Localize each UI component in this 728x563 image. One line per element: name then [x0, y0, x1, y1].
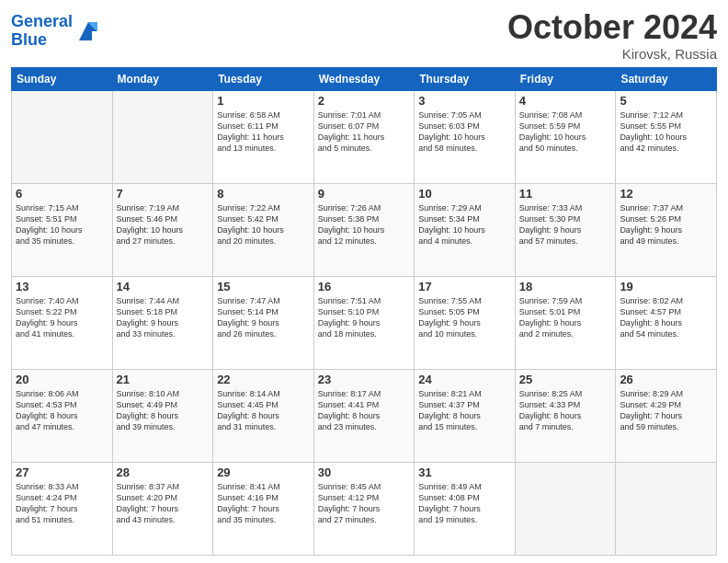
day-info: Sunrise: 7:29 AM Sunset: 5:34 PM Dayligh… — [418, 202, 511, 247]
location-title: Kirovsk, Russia — [507, 46, 717, 62]
calendar-cell — [515, 462, 616, 555]
day-number: 23 — [318, 373, 411, 386]
day-info: Sunrise: 7:05 AM Sunset: 6:03 PM Dayligh… — [418, 109, 511, 155]
calendar-week-row: 6Sunrise: 7:15 AM Sunset: 5:51 PM Daylig… — [12, 183, 717, 276]
day-info: Sunrise: 7:01 AM Sunset: 6:07 PM Dayligh… — [318, 109, 411, 155]
day-number: 18 — [519, 280, 612, 293]
day-number: 20 — [16, 373, 108, 386]
calendar-cell: 30Sunrise: 8:45 AM Sunset: 4:12 PM Dayli… — [313, 462, 415, 555]
month-title: October 2024 — [507, 9, 717, 46]
day-number: 6 — [16, 187, 108, 201]
header: General Blue October 2024 Kirovsk, Russi… — [11, 9, 717, 62]
day-number: 2 — [318, 94, 411, 108]
day-info: Sunrise: 7:12 AM Sunset: 5:55 PM Dayligh… — [620, 109, 712, 155]
calendar-cell: 17Sunrise: 7:55 AM Sunset: 5:05 PM Dayli… — [415, 276, 516, 369]
calendar-week-row: 20Sunrise: 8:06 AM Sunset: 4:53 PM Dayli… — [12, 369, 717, 462]
calendar-cell: 2Sunrise: 7:01 AM Sunset: 6:07 PM Daylig… — [313, 90, 415, 183]
day-number: 8 — [217, 187, 310, 201]
calendar-cell: 10Sunrise: 7:29 AM Sunset: 5:34 PM Dayli… — [415, 183, 516, 276]
day-number: 7 — [117, 187, 210, 201]
logo-icon — [75, 18, 101, 44]
calendar-cell: 8Sunrise: 7:22 AM Sunset: 5:42 PM Daylig… — [213, 183, 314, 276]
day-info: Sunrise: 7:44 AM Sunset: 5:18 PM Dayligh… — [117, 295, 210, 340]
day-info: Sunrise: 6:58 AM Sunset: 6:11 PM Dayligh… — [217, 109, 310, 155]
calendar-cell: 19Sunrise: 8:02 AM Sunset: 4:57 PM Dayli… — [616, 276, 717, 369]
day-info: Sunrise: 8:02 AM Sunset: 4:57 PM Dayligh… — [620, 295, 712, 340]
day-number: 29 — [217, 465, 310, 479]
day-number: 4 — [519, 94, 612, 108]
logo: General Blue — [11, 13, 101, 50]
day-number: 1 — [217, 94, 310, 108]
day-number: 28 — [117, 465, 210, 479]
page: General Blue October 2024 Kirovsk, Russi… — [0, 0, 728, 563]
calendar-cell: 24Sunrise: 8:21 AM Sunset: 4:37 PM Dayli… — [415, 369, 516, 462]
calendar-cell — [12, 90, 113, 183]
calendar-cell: 5Sunrise: 7:12 AM Sunset: 5:55 PM Daylig… — [616, 90, 717, 183]
day-number: 10 — [418, 187, 511, 201]
weekday-header-cell: Wednesday — [313, 67, 415, 90]
calendar-cell: 23Sunrise: 8:17 AM Sunset: 4:41 PM Dayli… — [313, 369, 415, 462]
calendar-cell — [112, 90, 213, 183]
day-number: 16 — [318, 280, 411, 293]
calendar-body: 1Sunrise: 6:58 AM Sunset: 6:11 PM Daylig… — [12, 90, 717, 555]
calendar-cell: 6Sunrise: 7:15 AM Sunset: 5:51 PM Daylig… — [12, 183, 113, 276]
day-number: 21 — [117, 373, 210, 386]
day-info: Sunrise: 7:15 AM Sunset: 5:51 PM Dayligh… — [16, 202, 108, 247]
calendar-cell: 26Sunrise: 8:29 AM Sunset: 4:29 PM Dayli… — [616, 369, 717, 462]
day-number: 17 — [418, 280, 511, 293]
day-info: Sunrise: 7:22 AM Sunset: 5:42 PM Dayligh… — [217, 202, 310, 247]
day-number: 30 — [318, 465, 411, 479]
calendar-cell: 18Sunrise: 7:59 AM Sunset: 5:01 PM Dayli… — [515, 276, 616, 369]
day-info: Sunrise: 8:17 AM Sunset: 4:41 PM Dayligh… — [318, 388, 411, 433]
day-number: 12 — [620, 187, 712, 201]
day-number: 15 — [217, 280, 310, 293]
calendar-cell: 12Sunrise: 7:37 AM Sunset: 5:26 PM Dayli… — [616, 183, 717, 276]
day-number: 19 — [620, 280, 712, 293]
day-number: 24 — [418, 373, 511, 386]
weekday-header-row: SundayMondayTuesdayWednesdayThursdayFrid… — [12, 67, 717, 90]
calendar-cell: 1Sunrise: 6:58 AM Sunset: 6:11 PM Daylig… — [213, 90, 314, 183]
calendar-week-row: 27Sunrise: 8:33 AM Sunset: 4:24 PM Dayli… — [12, 462, 717, 555]
calendar-cell: 28Sunrise: 8:37 AM Sunset: 4:20 PM Dayli… — [112, 462, 213, 555]
calendar-cell: 25Sunrise: 8:25 AM Sunset: 4:33 PM Dayli… — [515, 369, 616, 462]
calendar-cell: 27Sunrise: 8:33 AM Sunset: 4:24 PM Dayli… — [12, 462, 113, 555]
calendar-cell: 4Sunrise: 7:08 AM Sunset: 5:59 PM Daylig… — [515, 90, 616, 183]
calendar-cell: 15Sunrise: 7:47 AM Sunset: 5:14 PM Dayli… — [213, 276, 314, 369]
day-number: 31 — [418, 465, 511, 479]
day-info: Sunrise: 8:06 AM Sunset: 4:53 PM Dayligh… — [16, 388, 108, 433]
weekday-header-cell: Saturday — [616, 67, 717, 90]
calendar-week-row: 13Sunrise: 7:40 AM Sunset: 5:22 PM Dayli… — [12, 276, 717, 369]
calendar-cell: 16Sunrise: 7:51 AM Sunset: 5:10 PM Dayli… — [313, 276, 415, 369]
day-info: Sunrise: 7:26 AM Sunset: 5:38 PM Dayligh… — [318, 202, 411, 247]
day-info: Sunrise: 7:33 AM Sunset: 5:30 PM Dayligh… — [519, 202, 612, 247]
day-info: Sunrise: 7:55 AM Sunset: 5:05 PM Dayligh… — [418, 295, 511, 340]
calendar-cell — [616, 462, 717, 555]
day-number: 27 — [16, 465, 108, 479]
day-info: Sunrise: 7:51 AM Sunset: 5:10 PM Dayligh… — [318, 295, 411, 340]
day-info: Sunrise: 7:08 AM Sunset: 5:59 PM Dayligh… — [519, 109, 612, 155]
day-info: Sunrise: 8:37 AM Sunset: 4:20 PM Dayligh… — [117, 481, 210, 526]
logo-blue: Blue — [11, 31, 73, 50]
calendar-cell: 13Sunrise: 7:40 AM Sunset: 5:22 PM Dayli… — [12, 276, 113, 369]
day-info: Sunrise: 8:14 AM Sunset: 4:45 PM Dayligh… — [217, 388, 310, 433]
day-number: 11 — [519, 187, 612, 201]
day-number: 9 — [318, 187, 411, 201]
day-number: 14 — [117, 280, 210, 293]
day-info: Sunrise: 8:29 AM Sunset: 4:29 PM Dayligh… — [620, 388, 712, 433]
calendar-cell: 11Sunrise: 7:33 AM Sunset: 5:30 PM Dayli… — [515, 183, 616, 276]
weekday-header-cell: Friday — [515, 67, 616, 90]
day-info: Sunrise: 7:40 AM Sunset: 5:22 PM Dayligh… — [16, 295, 108, 340]
day-info: Sunrise: 8:49 AM Sunset: 4:08 PM Dayligh… — [418, 481, 511, 526]
calendar-cell: 7Sunrise: 7:19 AM Sunset: 5:46 PM Daylig… — [112, 183, 213, 276]
day-number: 22 — [217, 373, 310, 386]
calendar-cell: 20Sunrise: 8:06 AM Sunset: 4:53 PM Dayli… — [12, 369, 113, 462]
calendar-table: SundayMondayTuesdayWednesdayThursdayFrid… — [11, 67, 717, 556]
calendar-cell: 29Sunrise: 8:41 AM Sunset: 4:16 PM Dayli… — [213, 462, 314, 555]
day-info: Sunrise: 8:45 AM Sunset: 4:12 PM Dayligh… — [318, 481, 411, 526]
day-number: 26 — [620, 373, 712, 386]
day-number: 5 — [620, 94, 712, 108]
day-info: Sunrise: 8:25 AM Sunset: 4:33 PM Dayligh… — [519, 388, 612, 433]
calendar-cell: 9Sunrise: 7:26 AM Sunset: 5:38 PM Daylig… — [313, 183, 415, 276]
day-number: 13 — [16, 280, 108, 293]
weekday-header-cell: Thursday — [415, 67, 516, 90]
